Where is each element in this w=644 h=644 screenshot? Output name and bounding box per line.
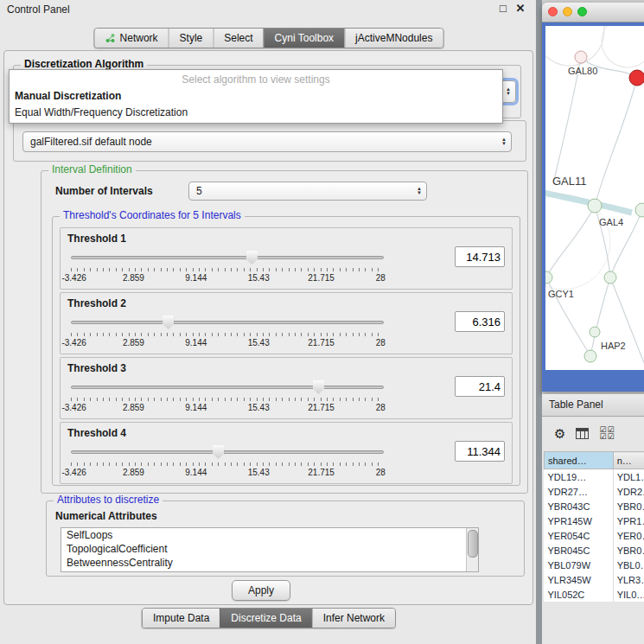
node-label-gal80: GAL80: [568, 66, 597, 76]
table-row[interactable]: YPR145WYPR1…: [545, 513, 644, 528]
network-canvas[interactable]: GAL80 GAL11 GAL4 GCY1 HAP2: [545, 26, 644, 370]
tab-style[interactable]: Style: [169, 29, 214, 48]
tab-select-label: Select: [224, 32, 252, 44]
table-data-combo-value: galFiltered.sif default node: [30, 136, 152, 148]
table-row[interactable]: YIL052CYIL0…: [545, 587, 644, 602]
table-row[interactable]: YBR043CYBR0…: [545, 499, 644, 513]
table-row[interactable]: YDL19…YDL1…: [545, 469, 644, 485]
tab-infer-network[interactable]: Infer Network: [312, 609, 395, 628]
network-node[interactable]: [604, 271, 616, 284]
node-label-hap2: HAP2: [601, 341, 626, 351]
network-node-selected[interactable]: [629, 70, 644, 86]
table-panel-toolbar: ⚙ ☑☑☑☑: [542, 420, 644, 446]
list-item[interactable]: TopologicalCoefficient: [61, 542, 478, 556]
apply-button[interactable]: Apply: [232, 580, 290, 601]
table-row[interactable]: YER054CYER0…: [545, 528, 644, 543]
columns-icon[interactable]: [576, 428, 589, 439]
list-scrollbar[interactable]: [466, 528, 478, 571]
tab-jactivemnodules-label: jActiveMNodules: [355, 32, 432, 44]
panel-splitter[interactable]: [536, 0, 542, 644]
node-label-gal11: GAL11: [552, 175, 587, 188]
table-data-group: Table Data galFiltered.sif default node …: [13, 120, 526, 162]
table-row[interactable]: YDR27…YDR2…: [545, 484, 644, 499]
network-node[interactable]: [588, 199, 602, 213]
tab-infer-network-label: Infer Network: [323, 612, 385, 624]
threshold-1-value-field[interactable]: [455, 246, 505, 267]
table-row[interactable]: YBL079WYBL0…: [545, 558, 644, 572]
threshold-3-label: Threshold 3: [67, 362, 126, 374]
table-data-combo[interactable]: galFiltered.sif default node ▲▼: [22, 131, 512, 152]
tab-network-label: Network: [120, 32, 158, 44]
control-panel: Control Panel □ ✕ Network Style Select C…: [0, 0, 536, 644]
slider-track[interactable]: [71, 450, 384, 454]
threshold-4-box: Threshold 4 -3.4262.8599.14415.4321.7152…: [60, 422, 513, 484]
table-row[interactable]: YLR345WYLR3…: [545, 572, 644, 587]
network-node[interactable]: [545, 271, 552, 284]
algorithm-dropdown-popup: Select algorithm to view settings Manual…: [9, 69, 503, 124]
bottom-tabbar: Impute Data Discretize Data Infer Networ…: [142, 608, 396, 628]
threshold-coordinates-group: Threshold's Coordinates for 5 Intervals …: [52, 216, 520, 486]
column-header-shared[interactable]: shared…: [545, 452, 614, 469]
close-traffic-light-icon[interactable]: [548, 7, 558, 16]
threshold-2-value-field[interactable]: [455, 311, 505, 332]
float-window-icon[interactable]: □: [496, 2, 510, 15]
network-node[interactable]: [584, 350, 596, 362]
combo-stepper-icon: ▲▼: [506, 87, 511, 96]
scrollbar-thumb[interactable]: [468, 530, 478, 558]
slider-track[interactable]: [71, 321, 384, 324]
column-header-name[interactable]: n…: [613, 452, 644, 469]
tab-jactivemnodules[interactable]: jActiveMNodules: [344, 29, 443, 48]
tab-cyni-toolbox[interactable]: Cyni Toolbox: [264, 29, 344, 48]
popup-item-manual-discretization[interactable]: Manual Discretization: [10, 88, 502, 105]
slider-track[interactable]: [71, 256, 384, 259]
threshold-3-box: Threshold 3 -3.4262.8599.14415.4321.7152…: [60, 357, 513, 419]
network-node[interactable]: [575, 51, 587, 63]
select-columns-icon[interactable]: ☑☑☑☑: [599, 426, 615, 440]
node-label-gal4: GAL4: [599, 217, 623, 227]
slider-thumb[interactable]: [246, 251, 258, 265]
threshold-3-slider[interactable]: -3.4262.8599.14415.4321.71528: [71, 379, 384, 415]
network-tab-icon: [105, 33, 116, 43]
table-panel-header: Table Panel: [542, 394, 644, 417]
attributes-group: Attributes to discretize Numerical Attri…: [46, 501, 525, 577]
tab-network[interactable]: Network: [95, 29, 169, 48]
threshold-3-value-field[interactable]: [455, 376, 505, 397]
close-window-icon[interactable]: ✕: [513, 2, 527, 15]
number-of-intervals-combo[interactable]: 5 ▲▼: [188, 182, 427, 201]
threshold-4-value-field[interactable]: [455, 441, 505, 462]
interval-definition-group-title: Interval Definition: [48, 163, 136, 175]
slider-thumb[interactable]: [313, 380, 324, 394]
slider-tick-labels: -3.4262.8599.14415.4321.71528: [71, 273, 384, 284]
tab-select[interactable]: Select: [213, 29, 263, 48]
popup-item-equal-width-frequency[interactable]: Equal Width/Frequency Discretization: [10, 105, 502, 121]
minimize-traffic-light-icon[interactable]: [563, 7, 572, 16]
slider-track[interactable]: [71, 386, 384, 389]
slider-thumb[interactable]: [163, 316, 174, 329]
threshold-2-box: Threshold 2 -3.4262.8599.14415.4321.7152…: [60, 292, 513, 354]
gear-icon[interactable]: ⚙: [554, 427, 565, 440]
popup-item-placeholder: Select algorithm to view settings: [10, 72, 502, 88]
slider-tick-labels: -3.4262.8599.14415.4321.71528: [71, 468, 384, 478]
table-row[interactable]: YBR045CYBR0…: [545, 543, 644, 558]
tab-cyni-toolbox-label: Cyni Toolbox: [275, 32, 334, 44]
slider-thumb[interactable]: [213, 445, 224, 459]
threshold-4-label: Threshold 4: [67, 427, 126, 439]
network-window-titlebar[interactable]: [542, 3, 644, 22]
network-node[interactable]: [590, 327, 600, 337]
interval-definition-group: Interval Definition Number of Intervals …: [41, 170, 528, 494]
threshold-1-label: Threshold 1: [67, 233, 126, 245]
top-tabbar: Network Style Select Cyni Toolbox jActiv…: [94, 28, 444, 48]
zoom-traffic-light-icon[interactable]: [577, 7, 587, 16]
threshold-4-slider[interactable]: -3.4262.8599.14415.4321.71528: [71, 443, 384, 480]
list-item[interactable]: SelfLoops: [61, 528, 478, 542]
tab-impute-data[interactable]: Impute Data: [143, 609, 220, 628]
table-panel-body: ⚙ ☑☑☑☑ shared… n… YDL19…YDL1… YDR27…YDR2…: [542, 417, 644, 644]
tab-discretize-data[interactable]: Discretize Data: [220, 609, 311, 628]
node-attribute-table: shared… n… YDL19…YDL1… YDR27…YDR2… YBR04…: [544, 451, 644, 602]
list-item[interactable]: BetweennessCentrality: [61, 556, 478, 570]
network-node[interactable]: [635, 203, 644, 217]
threshold-2-slider[interactable]: -3.4262.8599.14415.4321.71528: [71, 314, 384, 350]
number-of-intervals-value: 5: [196, 185, 202, 197]
threshold-1-slider[interactable]: -3.4262.8599.14415.4321.71528: [71, 249, 384, 285]
threshold-coordinates-group-title: Threshold's Coordinates for 5 Intervals: [60, 209, 245, 221]
